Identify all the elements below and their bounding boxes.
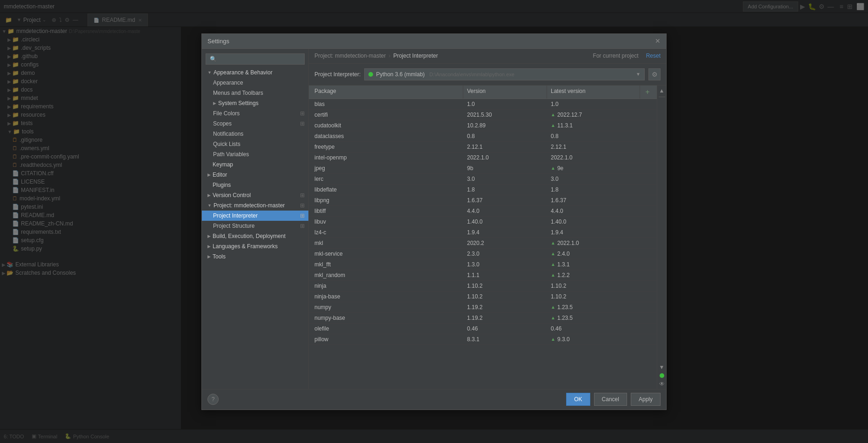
pkg-action	[640, 152, 655, 163]
pkg-action	[640, 227, 655, 238]
pkg-name: mkl-service	[311, 249, 463, 259]
upgrade-arrow-icon: ▲	[551, 240, 555, 245]
pkg-latest-version: ▲1.23.5	[547, 313, 640, 323]
nav-item-system-settings[interactable]: ▶ System Settings	[202, 98, 308, 108]
cancel-button[interactable]: Cancel	[594, 393, 627, 406]
pkg-action	[640, 259, 655, 270]
pkg-action	[640, 217, 655, 227]
pkg-action	[640, 163, 655, 173]
settings-search-input[interactable]	[206, 53, 305, 65]
interpreter-select-text: Python 3.6 (mmlab) D:\Anaconda\envs\mmla…	[368, 71, 636, 78]
pkg-latest-version: ▲1.23.5	[547, 302, 640, 312]
nav-item-quick-lists[interactable]: Quick Lists	[202, 139, 308, 149]
pkg-action	[640, 281, 655, 291]
pkg-version: 3.0	[463, 174, 547, 184]
dialog-title-bar: Settings ✕	[202, 34, 666, 49]
nav-item-languages-frameworks[interactable]: ▶ Languages & Frameworks	[202, 241, 308, 251]
table-row: olefile0.460.46	[309, 324, 657, 334]
nav-item-plugins[interactable]: ▶ Plugins	[202, 180, 308, 190]
pkg-version: 4.4.0	[463, 206, 547, 216]
dialog-title: Settings	[207, 38, 229, 45]
pkg-latest-version: ▲1.3.1	[547, 259, 640, 270]
pkg-name: olefile	[311, 324, 463, 334]
nav-item-project-structure[interactable]: Project Structure ⊞	[202, 221, 308, 231]
pkg-name: ninja	[311, 281, 463, 291]
pkg-name: libuv	[311, 217, 463, 227]
interpreter-path: D:\Anaconda\envs\mmlab\python.exe	[429, 72, 514, 77]
nav-item-tools[interactable]: ▶ Tools	[202, 251, 308, 262]
nav-item-version-control[interactable]: ▶ Version Control ⊞	[202, 190, 308, 200]
nav-item-scopes[interactable]: Scopes ⊞	[202, 119, 308, 129]
nav-item-appearance[interactable]: Appearance	[202, 78, 308, 88]
interpreter-label: Project Interpreter:	[314, 71, 361, 78]
table-row: ninja-base1.10.21.10.2	[309, 291, 657, 302]
nav-item-project-interpreter[interactable]: Project Interpreter ⊞	[202, 211, 308, 221]
upgrade-arrow-icon: ▲	[551, 123, 555, 128]
package-table-body: blas1.01.0certifi2021.5.30▲2022.12.7cuda…	[309, 99, 657, 389]
table-row: pillow8.3.1▲9.3.0	[309, 334, 657, 345]
pkg-action	[640, 142, 655, 152]
pkg-name: mkl	[311, 238, 463, 248]
add-package-button[interactable]: +	[640, 86, 655, 99]
pkg-latest-version: ▲9e	[547, 163, 640, 173]
nav-item-keymap[interactable]: ▶ Keymap	[202, 159, 308, 170]
nav-item-appearance-behavior[interactable]: ▼ Appearance & Behavior	[202, 67, 308, 78]
pkg-action	[640, 270, 655, 280]
status-green-dot	[660, 373, 664, 378]
pkg-latest-version: ▲2.4.0	[547, 249, 640, 259]
scroll-up-icon[interactable]: ▲	[659, 87, 665, 94]
interpreter-select[interactable]: Python 3.6 (mmlab) D:\Anaconda\envs\mmla…	[364, 68, 645, 80]
apply-button[interactable]: Apply	[631, 393, 661, 406]
pkg-latest-version: 1.10.2	[547, 281, 640, 291]
pkg-name: certifi	[311, 110, 463, 120]
pkg-action	[640, 206, 655, 216]
dialog-close-button[interactable]: ✕	[655, 37, 661, 45]
pkg-version: 1.9.4	[463, 227, 547, 238]
pkg-latest-version: 2022.1.0	[547, 152, 640, 163]
nav-item-build-execution[interactable]: ▶ Build, Execution, Deployment	[202, 231, 308, 241]
pkg-name: numpy-base	[311, 313, 463, 323]
interpreter-settings-button[interactable]: ⚙	[648, 68, 661, 80]
table-row: blas1.01.0	[309, 99, 657, 110]
pkg-name: lerc	[311, 174, 463, 184]
ok-button[interactable]: OK	[566, 393, 590, 406]
upgrade-arrow-icon: ▲	[551, 272, 555, 278]
pkg-version: 1.0	[463, 99, 547, 109]
help-button[interactable]: ?	[207, 394, 219, 405]
pkg-version: 2.12.1	[463, 142, 547, 152]
scroll-down-icon[interactable]: ▼	[659, 364, 665, 370]
pkg-latest-version: ▲1.2.2	[547, 270, 640, 280]
eye-icon[interactable]: 👁	[659, 381, 665, 387]
pkg-action	[640, 291, 655, 302]
pkg-action	[640, 313, 655, 323]
nav-item-menus-toolbars[interactable]: Menus and Toolbars	[202, 88, 308, 98]
dialog-footer: ? OK Cancel Apply	[202, 389, 666, 410]
pkg-latest-version: 1.10.2	[547, 291, 640, 302]
pkg-action	[640, 174, 655, 184]
pkg-name: intel-openmp	[311, 152, 463, 163]
nav-item-file-colors[interactable]: File Colors ⊞	[202, 108, 308, 119]
pkg-latest-version: 1.9.4	[547, 227, 640, 238]
pkg-name: freetype	[311, 142, 463, 152]
breadcrumb-separator: ›	[388, 53, 390, 59]
pkg-name: jpeg	[311, 163, 463, 173]
interpreter-value: Python 3.6 (mmlab)	[376, 71, 425, 78]
table-row: lerc3.03.0	[309, 174, 657, 185]
nav-item-editor[interactable]: ▶ Editor	[202, 170, 308, 180]
for-current-project-link[interactable]: For current project	[593, 53, 639, 59]
nav-item-path-variables[interactable]: Path Variables	[202, 149, 308, 159]
nav-item-notifications[interactable]: Notifications	[202, 129, 308, 139]
pkg-action	[640, 110, 655, 120]
settings-content: Project: mmdetection-master › Project In…	[309, 49, 666, 389]
nav-item-project[interactable]: ▼ Project: mmdetection-master ⊞	[202, 200, 308, 211]
table-row: numpy1.19.2▲1.23.5	[309, 302, 657, 313]
table-row: cudatoolkit10.2.89▲11.3.1	[309, 120, 657, 131]
reset-button[interactable]: Reset	[646, 53, 661, 59]
pkg-latest-version: 1.40.0	[547, 217, 640, 227]
table-row: freetype2.12.12.12.1	[309, 142, 657, 152]
pkg-latest-version: 0.8	[547, 131, 640, 141]
pkg-version: 1.10.2	[463, 281, 547, 291]
pkg-name: libdeflate	[311, 185, 463, 195]
pkg-action	[640, 120, 655, 131]
pkg-action	[640, 131, 655, 141]
